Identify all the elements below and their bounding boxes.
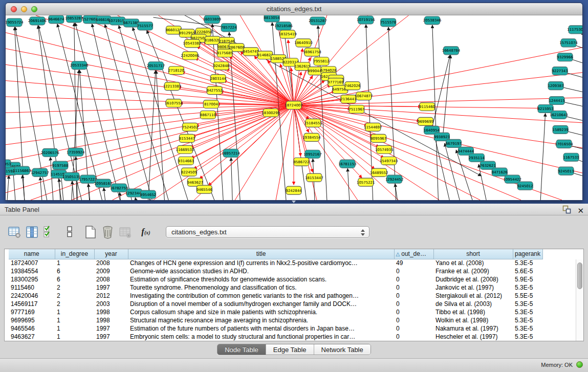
table-cell[interactable]: 2008 <box>94 259 128 267</box>
graph-node[interactable]: 1209387 <box>548 82 564 90</box>
graph-node[interactable]: 10674877 <box>355 92 373 100</box>
graph-node[interactable]: 9115460 <box>419 103 435 111</box>
table-cell[interactable]: 0 <box>394 283 433 292</box>
table-row[interactable]: 946362711997Embryonic stem cells: a mode… <box>5 333 577 341</box>
table-cell[interactable]: 1 <box>55 316 94 324</box>
graph-node[interactable]: 1167533 <box>563 153 579 161</box>
graph-node[interactable]: 16957214 <box>222 149 240 157</box>
graph-node[interactable]: 9329966 <box>557 53 573 61</box>
graph-node[interactable]: 8186328 <box>205 36 221 45</box>
table-cell[interactable]: 5.3E-5 <box>513 283 542 292</box>
table-cell[interactable]: 0 <box>394 316 433 324</box>
graph-node[interactable]: 9242844 <box>286 186 302 194</box>
table-cell[interactable]: 49 <box>394 259 433 267</box>
table-cell[interactable]: 9463627 <box>9 333 55 341</box>
graph-node[interactable]: 20691406 <box>28 17 47 25</box>
graph-node[interactable]: 17359924 <box>67 148 85 156</box>
graph-node[interactable]: 2718120 <box>168 67 184 75</box>
table-cell[interactable]: Tibbo et al. (1998) <box>433 308 513 316</box>
table-cell[interactable]: Hescheler et al. (1997) <box>433 333 513 341</box>
scrollbar-thumb[interactable] <box>577 262 582 289</box>
graph-node[interactable]: 8153447 <box>179 134 195 142</box>
table-select-dropdown[interactable]: citations_edges.txt <box>166 226 369 238</box>
table-cell[interactable]: 9465546 <box>9 324 55 333</box>
graph-node[interactable]: 12213383 <box>163 82 182 91</box>
graph-node[interactable]: 19384554 <box>302 133 321 141</box>
graph-node[interactable]: 7515578 <box>380 18 396 27</box>
graph-node[interactable]: 9227343 <box>552 67 568 75</box>
graph-node[interactable]: 8454749 <box>243 48 259 56</box>
table-cell[interactable]: Changes of HCN gene expression and I(f) … <box>128 259 394 267</box>
graph-node[interactable]: 16107554 <box>165 99 183 107</box>
splitter-collapse-handle[interactable] <box>291 201 297 203</box>
graph-node[interactable]: 18640910 <box>294 39 313 47</box>
graph-node[interactable]: 9245012 <box>517 182 533 190</box>
network-window[interactable]: citations_edges.txt 19055724206914069646… <box>5 3 583 201</box>
table-cell[interactable]: 2 <box>55 292 94 300</box>
table-cell[interactable]: 5.6E-5 <box>513 267 542 275</box>
table-cell[interactable]: 2 <box>55 300 94 308</box>
table-cell[interactable]: Disruption of a novel member of a sodium… <box>128 300 394 308</box>
graph-node[interactable]: 15497343 <box>380 157 398 165</box>
table-options-button[interactable] <box>7 225 21 239</box>
table-cell[interactable]: 0 <box>394 275 433 283</box>
table-cell[interactable]: 1998 <box>94 308 128 316</box>
table-cell[interactable]: Genome-wide association studies in ADHD. <box>128 267 394 275</box>
table-cell[interactable]: 18724007 <box>9 259 55 267</box>
table-cell[interactable]: 1 <box>55 324 94 333</box>
column-header-year[interactable]: year <box>94 249 128 259</box>
graph-node[interactable]: 7511967 <box>349 105 364 114</box>
graph-node[interactable]: 7524502 <box>182 123 198 131</box>
table-cell[interactable]: Estimation of the future numbers of pati… <box>128 324 394 333</box>
column-header-in_degree[interactable]: in_degree <box>55 249 94 259</box>
graph-node[interactable]: 1011953 <box>6 160 11 168</box>
table-cell[interactable]: Dudbridge et al. (2008) <box>433 275 513 283</box>
create-table-button[interactable] <box>83 225 97 239</box>
table-cell[interactable]: 6 <box>55 275 94 283</box>
table-cell[interactable]: Franke et al. (2009) <box>433 267 513 275</box>
graph-node[interactable]: 8954652 <box>140 190 156 199</box>
table-row[interactable]: 2242004622012Investigating the contribut… <box>5 292 577 300</box>
network-window-titlebar[interactable]: citations_edges.txt <box>6 3 582 15</box>
table-cell[interactable]: 1997 <box>94 283 128 292</box>
table-cell[interactable]: 0 <box>394 333 433 341</box>
graph-node[interactable]: 20533346 <box>70 61 89 70</box>
table-cell[interactable]: 9777169 <box>9 308 55 316</box>
clear-selection-button[interactable] <box>62 225 77 239</box>
graph-node[interactable]: 10575221 <box>357 178 375 186</box>
graph-node[interactable]: 9465546 <box>197 185 212 193</box>
graph-node[interactable]: 1589239 <box>553 125 569 134</box>
graph-node[interactable]: 9646674 <box>48 15 64 24</box>
graph-node[interactable]: 11669533 <box>176 145 194 154</box>
graph-node[interactable]: 10574935 <box>375 145 394 154</box>
table-cell[interactable]: 5.5E-5 <box>513 292 542 300</box>
table-scrollbar[interactable] <box>576 259 583 341</box>
graph-node[interactable]: 7955812 <box>313 57 329 65</box>
table-cell[interactable]: 5.3E-5 <box>513 333 542 341</box>
table-cell[interactable]: Wolkin et al. (1998) <box>433 316 513 324</box>
graph-node[interactable]: 11544697 <box>364 123 382 131</box>
graph-node[interactable]: 20206576 <box>41 148 59 157</box>
table-row[interactable]: 977716911998Corpus callosum shape and si… <box>5 308 577 316</box>
graph-node[interactable]: 22420046 <box>181 52 200 60</box>
graph-node[interactable]: 9699695 <box>418 117 433 125</box>
table-cell[interactable]: 9115460 <box>9 283 55 292</box>
graph-node[interactable]: 817004 <box>203 100 219 108</box>
graph-node[interactable]: 9245013 <box>558 167 574 175</box>
table-cell[interactable]: 14569117 <box>9 300 55 308</box>
table-cell[interactable]: 1997 <box>94 324 128 333</box>
table-row[interactable]: 1456911722003Disruption of a novel membe… <box>5 300 577 308</box>
graph-node[interactable]: 12924452 <box>385 175 404 183</box>
graph-node[interactable]: 7857224 <box>221 24 237 32</box>
table-cell[interactable]: 0 <box>394 308 433 316</box>
graph-node[interactable]: 9242848 <box>213 62 229 70</box>
table-cell[interactable]: 2012 <box>94 292 128 300</box>
graph-node[interactable]: 10543382 <box>183 39 202 48</box>
graph-node[interactable]: 15184551 <box>304 119 322 127</box>
table-cell[interactable]: Estimation of significance thresholds fo… <box>128 275 394 283</box>
float-panel-icon[interactable] <box>562 205 571 216</box>
graph-node[interactable]: 15751074 <box>559 39 578 47</box>
table-cell[interactable]: 5.3E-5 <box>513 300 542 308</box>
column-header-name[interactable]: name <box>9 249 55 259</box>
graph-node[interactable]: 1244415 <box>549 97 565 105</box>
